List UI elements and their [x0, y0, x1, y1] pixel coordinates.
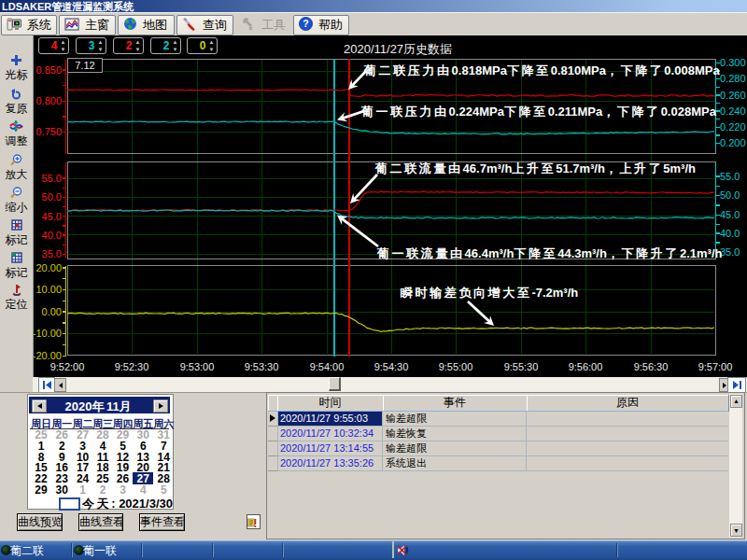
svg-text:?: ?: [303, 18, 308, 29]
